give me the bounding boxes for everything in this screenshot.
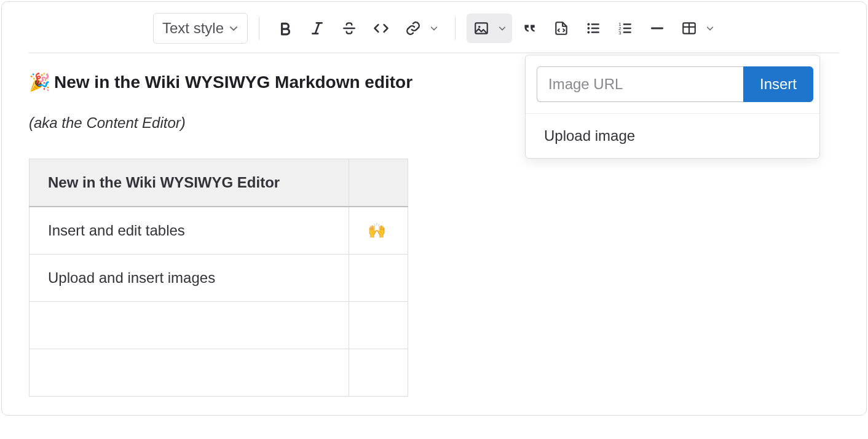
table-row (30, 302, 408, 349)
editor-container: Text style (1, 1, 867, 416)
ordered-list-button[interactable]: 123 (610, 14, 640, 43)
code-button[interactable] (366, 14, 396, 43)
table-group (674, 14, 720, 43)
link-button[interactable] (398, 14, 428, 43)
image-url-row: Insert (526, 55, 819, 114)
text-style-label: Text style (162, 20, 224, 37)
table-cell-reaction[interactable] (349, 349, 408, 397)
image-group (467, 14, 512, 43)
party-popper-emoji: 🎉 (29, 72, 50, 92)
bullet-list-button[interactable] (578, 14, 608, 43)
table-dropdown-toggle[interactable] (700, 14, 720, 43)
heading-text: New in the Wiki WYSIWYG Markdown editor (54, 73, 412, 92)
svg-point-6 (587, 23, 590, 26)
svg-point-8 (587, 31, 590, 34)
toolbar-divider (455, 17, 456, 40)
text-style-dropdown[interactable]: Text style (153, 13, 248, 44)
table-cell-feature[interactable] (30, 302, 349, 349)
link-dropdown-toggle[interactable] (424, 14, 444, 43)
image-button[interactable] (467, 14, 496, 43)
insert-image-button[interactable]: Insert (743, 66, 813, 102)
svg-text:3: 3 (618, 30, 621, 36)
upload-image-option[interactable]: Upload image (526, 114, 819, 158)
link-group (398, 14, 444, 43)
blockquote-button[interactable] (515, 14, 544, 43)
bold-button[interactable] (270, 14, 300, 43)
table-cell-feature[interactable]: Upload and insert images (30, 255, 349, 302)
table-header-cell[interactable]: New in the Wiki WYSIWYG Editor (30, 159, 349, 207)
svg-point-5 (478, 26, 480, 28)
table-cell-feature[interactable] (30, 349, 349, 397)
horizontal-rule-button[interactable] (642, 14, 672, 43)
italic-button[interactable] (302, 14, 332, 43)
image-url-input[interactable] (537, 66, 743, 102)
table-button[interactable] (674, 14, 704, 43)
code-block-button[interactable] (546, 14, 576, 43)
table-cell-reaction[interactable] (349, 255, 408, 302)
toolbar-separator-wrap (2, 44, 866, 53)
svg-line-0 (315, 23, 320, 33)
strikethrough-button[interactable] (334, 14, 364, 43)
table-header-row: New in the Wiki WYSIWYG Editor (30, 159, 408, 207)
table-row: Insert and edit tables 🙌 (30, 207, 408, 255)
table-row: Upload and insert images (30, 255, 408, 302)
toolbar-divider (259, 17, 259, 40)
table-cell-reaction[interactable] (349, 302, 408, 349)
svg-point-7 (587, 27, 590, 30)
image-dropdown-toggle[interactable] (492, 14, 512, 43)
table-row (30, 349, 408, 397)
table-cell-feature[interactable]: Insert and edit tables (30, 207, 349, 255)
table-header-cell-empty[interactable] (349, 159, 408, 207)
editor-toolbar: Text style (2, 2, 866, 44)
chevron-down-icon (229, 20, 239, 37)
table-cell-reaction[interactable]: 🙌 (349, 207, 408, 255)
image-popover: Insert Upload image (525, 55, 820, 159)
features-table[interactable]: New in the Wiki WYSIWYG Editor Insert an… (29, 159, 408, 397)
